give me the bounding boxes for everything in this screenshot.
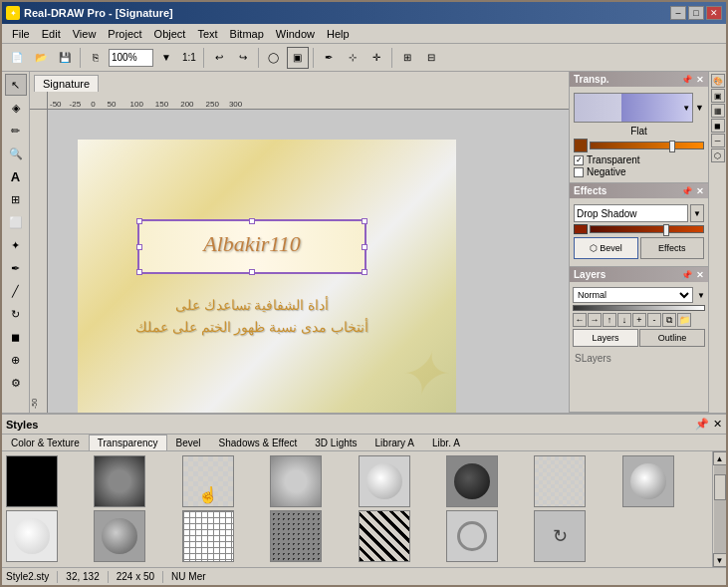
effects-slider[interactable] [590,225,704,233]
style-thumb-white-circle[interactable] [359,455,410,507]
style-thumb-dgray[interactable] [94,455,145,507]
crop-tool[interactable]: ⊕ [5,349,27,371]
shape-tool[interactable]: ⬜ [5,211,27,233]
style-thumb-checker2[interactable] [534,455,586,507]
tab-shadows-effect[interactable]: Shadows & Effect [210,435,307,450]
select-tool[interactable]: ↖ [5,74,27,96]
menu-object[interactable]: Object [148,26,192,42]
tab-bevel[interactable]: Bevel [167,435,210,450]
undo-button[interactable]: ↩ [208,47,230,69]
text-tool[interactable]: A [5,165,27,187]
scroll-up-btn[interactable]: ▲ [713,451,727,465]
nav-up-btn[interactable]: ↑ [603,313,616,327]
layers-tab-outline[interactable]: Outline [639,329,705,347]
redo-button[interactable]: ↪ [232,47,254,69]
color-slider[interactable] [590,142,704,149]
effects-close-icon[interactable]: ✕ [696,186,704,196]
style-thumb-black[interactable] [6,455,58,507]
nav-right-btn[interactable]: → [588,313,602,327]
tab-3d-lights[interactable]: 3D Lights [306,435,365,450]
handle-bl[interactable] [136,269,142,275]
style-thumb-gray2[interactable] [94,510,145,562]
doc-tab-signature[interactable]: Signature [34,75,99,92]
grid-btn[interactable]: ⊞ [396,47,418,69]
style-thumb-circle-gray[interactable] [446,510,498,562]
menu-edit[interactable]: Edit [36,26,67,42]
layers-tab-layers[interactable]: Layers [573,329,638,347]
menu-file[interactable]: File [6,26,36,42]
handle-tm[interactable] [249,218,255,224]
node-tool[interactable]: ◈ [5,97,27,119]
canvas-background[interactable]: Albakir110 أ [48,110,569,413]
copy-button[interactable]: ⎘ [85,47,107,69]
handle-bm[interactable] [249,269,255,275]
style-thumb-dot-grid[interactable] [270,510,322,562]
blend-dropdown-arrow[interactable]: ▼ [697,291,705,300]
settings-tool[interactable]: ⚙ [5,372,27,394]
effects-dropdown[interactable]: Drop Shadow Bevel Effects Glow [574,204,688,222]
handle-tr[interactable] [362,218,367,224]
rotate-tool[interactable]: ↻ [5,303,27,325]
gradient-dropdown-arrow[interactable]: ▼ [695,103,704,113]
zoom-dropdown[interactable]: ▼ [155,47,177,69]
style-thumb-dark-circle[interactable] [446,455,498,507]
color-swatch[interactable] [574,139,588,152]
tab-color-texture[interactable]: Color & Texture [2,435,89,450]
zoom-box[interactable]: 100% [109,49,153,67]
nav-folder-btn[interactable]: 📁 [677,313,691,327]
styles-pin-icon[interactable]: 📌 [695,418,709,431]
maximize-button[interactable]: □ [688,6,704,20]
menu-project[interactable]: Project [102,26,147,42]
menu-window[interactable]: Window [270,26,321,42]
signature-box[interactable]: Albakir110 [137,219,366,274]
transparent-checkbox[interactable]: ✓ [574,155,584,165]
move-btn[interactable]: ✛ [365,47,387,69]
scroll-down-btn[interactable]: ▼ [713,553,727,567]
nav-down-btn[interactable]: ↓ [617,313,631,327]
effects-color-swatch[interactable] [574,224,588,234]
effects-slider-thumb[interactable] [663,224,669,236]
gradient-btn[interactable]: ▦ [711,104,725,118]
effects-dropdown-arrow[interactable]: ▼ [690,204,704,222]
style-thumb-lgray[interactable] [270,455,322,507]
star-tool[interactable]: ✦ [5,234,27,256]
styles-close-icon[interactable]: ✕ [713,418,722,431]
handle-ml[interactable] [136,244,142,250]
snap-btn[interactable]: ⊟ [420,47,442,69]
menu-help[interactable]: Help [321,26,356,42]
menu-bitmap[interactable]: Bitmap [224,26,270,42]
style-thumb-arrows[interactable]: ↻ [534,510,586,562]
minimize-button[interactable]: – [670,6,686,20]
close-panel-icon[interactable]: ✕ [696,75,704,85]
rect-btn[interactable]: ▣ [287,47,309,69]
brush-size-btn[interactable]: ⬡ [711,148,725,162]
brush-tool[interactable]: ✏ [5,120,27,142]
blend-mode-dropdown[interactable]: Normal Multiply Screen [573,287,693,303]
style-thumb-white2[interactable] [6,510,58,562]
nav-add-btn[interactable]: + [632,313,646,327]
handle-mr[interactable] [362,244,367,250]
slider-thumb[interactable] [669,141,675,152]
circle-btn[interactable]: ◯ [263,47,285,69]
menu-view[interactable]: View [67,26,103,42]
tab-library-a[interactable]: Library A [366,435,423,450]
effects-pin-icon[interactable]: 📌 [681,186,692,196]
close-button[interactable]: ✕ [706,6,722,20]
image-tool[interactable]: ⊞ [5,188,27,210]
open-button[interactable]: 📂 [30,47,52,69]
style-thumb-med-circle[interactable] [622,455,674,507]
tab-libr-a[interactable]: Libr. A [423,435,469,450]
tab-transparency[interactable]: Transparency [89,435,167,450]
new-button[interactable]: 📄 [6,47,28,69]
menu-text[interactable]: Text [191,26,223,42]
fill-tool[interactable]: ◼ [5,326,27,348]
pin-icon[interactable]: 📌 [681,75,692,85]
style-thumb-checker[interactable]: ☝ [182,455,234,507]
transform-btn[interactable]: ⊹ [342,47,364,69]
layers-pin-icon[interactable]: 📌 [681,270,692,280]
nav-copy-btn[interactable]: ⧉ [662,313,676,327]
scroll-thumb[interactable] [714,474,726,500]
opacity-slider[interactable] [573,305,705,311]
save-button[interactable]: 💾 [54,47,76,69]
bevel-button[interactable]: ⬡ Bevel [574,237,638,259]
